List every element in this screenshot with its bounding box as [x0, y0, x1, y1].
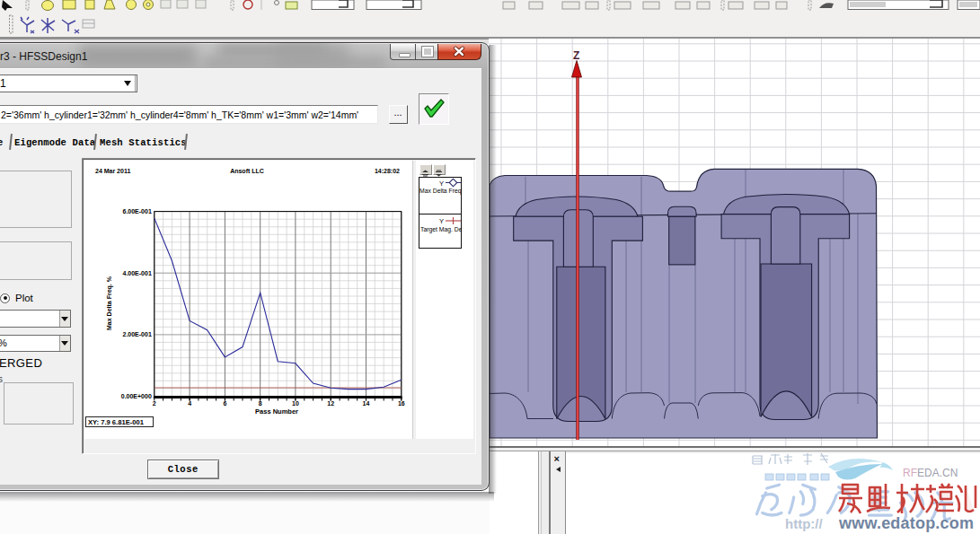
svg-text:Max Delta Freq. %: Max Delta Freq. % [106, 276, 113, 330]
svg-text:Z: Z [573, 49, 579, 62]
svg-text:16: 16 [398, 400, 405, 407]
svg-text:Max Delta Freq: Max Delta Freq [419, 188, 462, 195]
svg-text:http://: http:// [785, 516, 823, 531]
svg-text:14: 14 [363, 400, 370, 407]
svg-text:14:28:02: 14:28:02 [375, 168, 400, 174]
svg-text:24 Mar 2011: 24 Mar 2011 [95, 168, 130, 174]
svg-text:8: 8 [259, 400, 262, 407]
svg-text:RFEDA.CN: RFEDA.CN [903, 467, 958, 479]
svg-text:Pass Number: Pass Number [255, 407, 298, 416]
svg-text:Ansoft LLC: Ansoft LLC [230, 168, 264, 174]
svg-text:6.00E-001: 6.00E-001 [122, 208, 151, 214]
svg-text:Y: Y [439, 217, 444, 225]
svg-text:4.00E-001: 4.00E-001 [122, 270, 151, 276]
svg-text:Y: Y [439, 179, 444, 188]
svg-text:10: 10 [292, 400, 299, 407]
svg-text:2.00E-001: 2.00E-001 [122, 331, 151, 337]
svg-text:0.00E+000: 0.00E+000 [121, 393, 152, 399]
svg-text:6: 6 [223, 400, 226, 407]
svg-text:2: 2 [153, 400, 156, 407]
svg-text:4: 4 [188, 400, 191, 407]
svg-text:Target Mag. De: Target Mag. De [420, 226, 462, 233]
svg-text:12: 12 [327, 400, 334, 407]
